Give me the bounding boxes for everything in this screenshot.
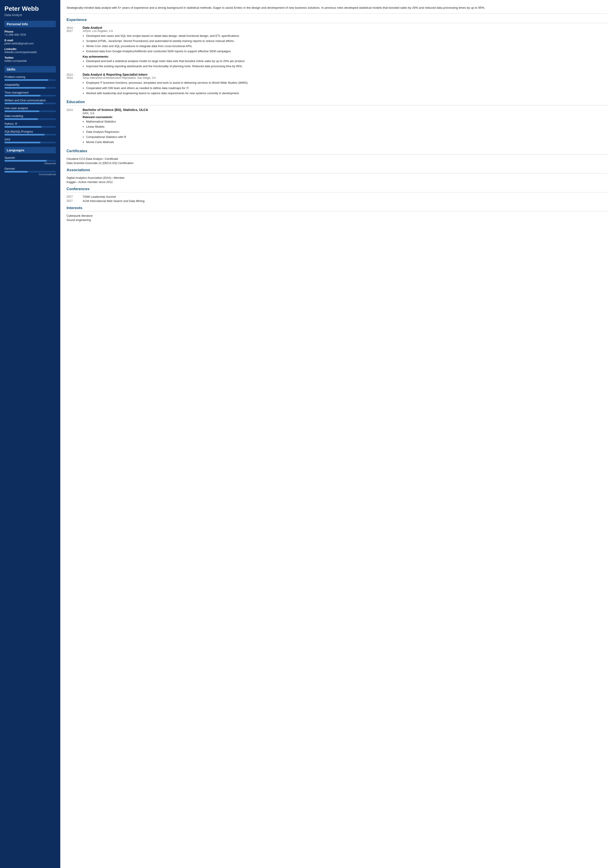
entry-date: 2014 -2017 — [67, 26, 83, 70]
languages-header: Languages — [5, 147, 56, 153]
education-header: Education — [67, 100, 608, 104]
skill-bar-background — [5, 134, 56, 135]
education-entry: 2013Bachelor of Science (BS), Statistics… — [67, 108, 608, 145]
language-name-label: German — [5, 167, 56, 170]
skill-item: Written and Oral communication — [5, 99, 56, 104]
skill-bar-fill — [5, 118, 38, 120]
skill-bar-fill — [5, 142, 40, 143]
conference-date: 2017 — [67, 195, 83, 198]
conferences-section: Conferences 2017TDWI Leadership Summit20… — [67, 187, 608, 203]
language-level-label: Conversational — [5, 173, 56, 176]
experience-entry: 2013 -2014Data Analyst & Reporting Speci… — [67, 73, 608, 96]
languages-section: Languages SpanishAdvancedGermanConversat… — [5, 147, 56, 176]
coursework-item: Linear Models — [86, 124, 608, 129]
associations-section: Associations Digital Analytics Associati… — [67, 168, 608, 184]
skill-item: Problem-solving — [5, 75, 56, 81]
skill-bar-background — [5, 118, 56, 120]
skill-name-label: SQL/MySQL/Postgres — [5, 130, 56, 133]
skill-bar-fill — [5, 103, 43, 104]
skill-item: Data modeling — [5, 114, 56, 120]
bullet-item: Employed IT business functions, processe… — [86, 81, 608, 85]
certificates-header: Certificates — [67, 149, 608, 153]
skill-bar-background — [5, 79, 56, 81]
education-section: Education 2013Bachelor of Science (BS), … — [67, 100, 608, 145]
entry-content: Data AnalystmPyre, Los Angeles, CADevelo… — [83, 26, 608, 70]
sidebar-title: Data Analyst — [5, 13, 56, 17]
conference-name: ACM International Web Search and Data Mi… — [83, 199, 144, 203]
bullet-item: Extracted data from Google Analytics/AdW… — [86, 49, 608, 54]
interest-item: Cyberpunk literature — [67, 214, 608, 217]
certificate-item: Data Scientist Associate v2 (DECA-DS) Ce… — [67, 161, 608, 165]
sidebar: Peter Webb Data Analyst Personal Info Ph… — [0, 0, 60, 868]
bullet-item: Wrote Cron Jobs and SQL procedures to in… — [86, 44, 608, 48]
interests-list: Cyberpunk literatureSound engineering — [67, 214, 608, 222]
skills-section: Skills Problem-solvingAdaptabilityTime m… — [5, 66, 56, 143]
experience-section: Experience 2014 -2017Data AnalystmPyre, … — [67, 18, 608, 96]
experience-entries: 2014 -2017Data AnalystmPyre, Los Angeles… — [67, 26, 608, 96]
skill-bar-background — [5, 126, 56, 128]
coursework-label: Relevant coursework: — [83, 115, 608, 119]
association-item: Digital Analytics Association (DAA)—Memb… — [67, 176, 608, 180]
email-value: peter.webb@gmail.com — [5, 42, 56, 45]
email-label: E-mail — [5, 39, 56, 42]
skill-bar-background — [5, 142, 56, 143]
skill-item: Adaptability — [5, 83, 56, 88]
language-level-label: Advanced — [5, 162, 56, 165]
skill-bar-background — [5, 103, 56, 104]
skill-name-label: Written and Oral communication — [5, 99, 56, 102]
conference-entry: 2017TDWI Leadership Summit — [67, 195, 608, 198]
edu-gpa: GPA: 3.9 — [83, 112, 608, 115]
skill-bar-fill — [5, 134, 45, 135]
bullet-item: Worked with leadership and engineering t… — [86, 91, 608, 96]
associations-header: Associations — [67, 168, 608, 172]
entry-content: Data Analyst & Reporting Specialist Inte… — [83, 73, 608, 96]
certificate-item: Cloudera CCA Data Analyst—Certificate — [67, 157, 608, 160]
bullet-item: Scripted (HTML, JavaScript, Stored Proce… — [86, 39, 608, 43]
key-achievements-label: Key achievements: — [83, 55, 608, 58]
main-content: Strategically-minded data analyst with 5… — [60, 0, 614, 868]
associations-divider — [67, 173, 608, 174]
certificates-list: Cloudera CCA Data Analyst—CertificateDat… — [67, 157, 608, 165]
conference-date: 2017 — [67, 199, 83, 203]
skills-list: Problem-solvingAdaptabilityTime manageme… — [5, 75, 56, 143]
personal-info-fields: Phone +1-299-456-7878 E-mail peter.webb@… — [5, 30, 56, 62]
skill-name-label: Use-case analysis — [5, 107, 56, 110]
language-item: SpanishAdvanced — [5, 156, 56, 165]
conference-name: TDWI Leadership Summit — [83, 195, 116, 198]
interest-item: Sound engineering — [67, 218, 608, 222]
skill-item: Time management — [5, 91, 56, 96]
education-entries: 2013Bachelor of Science (BS), Statistics… — [67, 108, 608, 145]
entry-company: mPyre, Los Angeles, CA — [83, 29, 608, 33]
skill-bar-background — [5, 87, 56, 88]
association-item: Kaggle—Active member since 2012 — [67, 180, 608, 184]
entry-company: Sony Interactive Entertainment PlayStati… — [83, 76, 608, 79]
skill-bar-fill — [5, 126, 42, 128]
skill-bar-background — [5, 95, 56, 96]
skill-bar-fill — [5, 95, 40, 96]
conference-entry: 2017ACM International Web Search and Dat… — [67, 199, 608, 203]
edu-content: Bachelor of Science (BS), Statistics, UL… — [83, 108, 608, 145]
entry-job-title: Data Analyst — [83, 26, 608, 29]
language-bar-background — [5, 160, 56, 161]
skill-item: SQL/MySQL/Postgres — [5, 130, 56, 135]
language-bar-fill — [5, 171, 28, 172]
language-name-label: Spanish — [5, 156, 56, 160]
entry-date: 2013 -2014 — [67, 73, 83, 96]
phone-label: Phone — [5, 30, 56, 33]
linkedin-value: linkedin.com/in/peterwebb — [5, 51, 56, 54]
edu-degree: Bachelor of Science (BS), Statistics, UL… — [83, 108, 608, 112]
coursework-list: Mathematical StatisticsLinear ModelsData… — [83, 119, 608, 145]
achievements-list: Developed and built a statistical analys… — [83, 59, 608, 68]
coursework-item: Data Analysis Regression — [86, 130, 608, 134]
skill-name-label: Python, R — [5, 122, 56, 126]
entry-bullets: Developed test cases and SQL test script… — [83, 34, 608, 54]
language-bar-fill — [5, 160, 47, 161]
twitter-value: twitter.com/pwebb — [5, 59, 56, 62]
achievement-item: Improved the existing reporting dashboar… — [86, 64, 608, 68]
skill-name-label: Adaptability — [5, 83, 56, 86]
skill-name-label: SAS — [5, 138, 56, 141]
personal-info-section: Personal Info Phone +1-299-456-7878 E-ma… — [5, 21, 56, 62]
skill-bar-background — [5, 110, 56, 112]
coursework-item: Computational Statistics with R — [86, 135, 608, 139]
sidebar-name: Peter Webb — [5, 5, 56, 12]
